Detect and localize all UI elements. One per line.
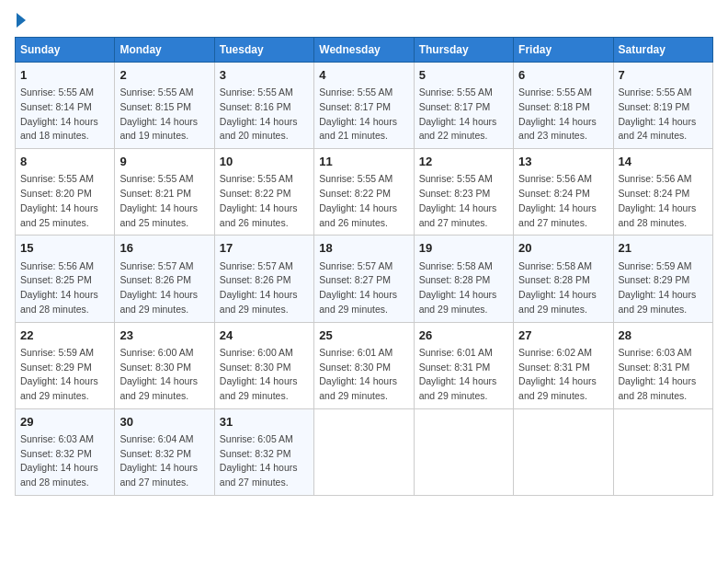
day-info: Sunrise: 5:55 AMSunset: 8:22 PMDaylight:… <box>319 173 397 227</box>
calendar-day-30: 30Sunrise: 6:04 AMSunset: 8:32 PMDayligh… <box>115 408 214 495</box>
day-number: 25 <box>319 327 408 344</box>
calendar-day-29: 29Sunrise: 6:03 AMSunset: 8:32 PMDayligh… <box>16 408 115 495</box>
calendar-week-2: 8Sunrise: 5:55 AMSunset: 8:20 PMDaylight… <box>16 149 713 236</box>
day-number: 23 <box>119 327 209 344</box>
day-header-wednesday: Wednesday <box>314 38 414 63</box>
day-number: 18 <box>319 240 408 257</box>
calendar-day-9: 9Sunrise: 5:55 AMSunset: 8:21 PMDaylight… <box>115 149 214 236</box>
day-info: Sunrise: 5:55 AMSunset: 8:15 PMDaylight:… <box>119 86 198 141</box>
calendar-day-19: 19Sunrise: 5:58 AMSunset: 8:28 PMDayligh… <box>414 236 513 322</box>
calendar-header-row: SundayMondayTuesdayWednesdayThursdayFrid… <box>16 38 713 63</box>
calendar-empty-cell <box>314 408 414 495</box>
calendar-day-20: 20Sunrise: 5:58 AMSunset: 8:28 PMDayligh… <box>514 236 613 322</box>
day-info: Sunrise: 6:01 AMSunset: 8:30 PMDaylight:… <box>319 347 397 401</box>
day-number: 31 <box>220 414 309 431</box>
day-info: Sunrise: 5:57 AMSunset: 8:27 PMDaylight:… <box>319 260 397 315</box>
calendar-day-24: 24Sunrise: 6:00 AMSunset: 8:30 PMDayligh… <box>214 322 313 408</box>
day-info: Sunrise: 5:55 AMSunset: 8:20 PMDaylight:… <box>20 173 98 227</box>
day-info: Sunrise: 5:55 AMSunset: 8:16 PMDaylight:… <box>220 86 298 141</box>
calendar-day-12: 12Sunrise: 5:55 AMSunset: 8:23 PMDayligh… <box>414 149 513 236</box>
calendar-day-27: 27Sunrise: 6:02 AMSunset: 8:31 PMDayligh… <box>514 322 613 408</box>
day-number: 11 <box>319 154 408 170</box>
day-number: 1 <box>20 67 109 84</box>
day-number: 28 <box>619 327 708 344</box>
calendar-day-21: 21Sunrise: 5:59 AMSunset: 8:29 PMDayligh… <box>613 236 712 322</box>
day-number: 13 <box>518 154 608 170</box>
day-number: 15 <box>20 240 109 257</box>
day-number: 14 <box>619 154 708 170</box>
day-info: Sunrise: 6:00 AMSunset: 8:30 PMDaylight:… <box>119 347 198 401</box>
calendar-day-26: 26Sunrise: 6:01 AMSunset: 8:31 PMDayligh… <box>414 322 513 408</box>
calendar-week-5: 29Sunrise: 6:03 AMSunset: 8:32 PMDayligh… <box>16 408 713 495</box>
day-info: Sunrise: 5:56 AMSunset: 8:25 PMDaylight:… <box>20 260 98 315</box>
day-number: 9 <box>119 154 209 170</box>
day-header-sunday: Sunday <box>16 38 115 63</box>
day-info: Sunrise: 6:01 AMSunset: 8:31 PMDaylight:… <box>419 347 497 401</box>
day-info: Sunrise: 5:56 AMSunset: 8:24 PMDaylight:… <box>518 173 597 227</box>
day-number: 29 <box>20 414 109 431</box>
day-info: Sunrise: 5:55 AMSunset: 8:23 PMDaylight:… <box>419 173 497 227</box>
day-info: Sunrise: 5:55 AMSunset: 8:14 PMDaylight:… <box>20 86 98 141</box>
day-number: 17 <box>220 240 309 257</box>
calendar-day-4: 4Sunrise: 5:55 AMSunset: 8:17 PMDaylight… <box>314 63 414 149</box>
logo-arrow-icon <box>17 13 26 28</box>
calendar-day-22: 22Sunrise: 5:59 AMSunset: 8:29 PMDayligh… <box>16 322 115 408</box>
calendar-day-23: 23Sunrise: 6:00 AMSunset: 8:30 PMDayligh… <box>115 322 214 408</box>
day-info: Sunrise: 6:00 AMSunset: 8:30 PMDaylight:… <box>220 347 298 401</box>
calendar-week-3: 15Sunrise: 5:56 AMSunset: 8:25 PMDayligh… <box>16 236 713 322</box>
calendar-day-7: 7Sunrise: 5:55 AMSunset: 8:19 PMDaylight… <box>613 63 712 149</box>
day-info: Sunrise: 6:04 AMSunset: 8:32 PMDaylight:… <box>119 433 198 488</box>
calendar-day-17: 17Sunrise: 5:57 AMSunset: 8:26 PMDayligh… <box>214 236 313 322</box>
calendar-day-16: 16Sunrise: 5:57 AMSunset: 8:26 PMDayligh… <box>115 236 214 322</box>
calendar-day-18: 18Sunrise: 5:57 AMSunset: 8:27 PMDayligh… <box>314 236 414 322</box>
day-number: 7 <box>619 67 708 84</box>
day-number: 4 <box>319 67 408 84</box>
calendar-empty-cell <box>613 408 712 495</box>
day-info: Sunrise: 6:02 AMSunset: 8:31 PMDaylight:… <box>518 347 597 401</box>
day-number: 20 <box>518 240 608 257</box>
calendar-day-25: 25Sunrise: 6:01 AMSunset: 8:30 PMDayligh… <box>314 322 414 408</box>
day-info: Sunrise: 5:55 AMSunset: 8:17 PMDaylight:… <box>319 86 397 141</box>
calendar-day-2: 2Sunrise: 5:55 AMSunset: 8:15 PMDaylight… <box>115 63 214 149</box>
day-number: 22 <box>20 327 109 344</box>
day-info: Sunrise: 5:58 AMSunset: 8:28 PMDaylight:… <box>518 260 597 315</box>
calendar-week-1: 1Sunrise: 5:55 AMSunset: 8:14 PMDaylight… <box>16 63 713 149</box>
day-number: 10 <box>220 154 309 170</box>
day-number: 5 <box>419 67 508 84</box>
calendar-table: SundayMondayTuesdayWednesdayThursdayFrid… <box>15 37 713 496</box>
calendar-day-10: 10Sunrise: 5:55 AMSunset: 8:22 PMDayligh… <box>214 149 313 236</box>
day-header-saturday: Saturday <box>613 38 712 63</box>
calendar-empty-cell <box>414 408 513 495</box>
calendar-day-8: 8Sunrise: 5:55 AMSunset: 8:20 PMDaylight… <box>16 149 115 236</box>
day-info: Sunrise: 5:55 AMSunset: 8:22 PMDaylight:… <box>220 173 298 227</box>
calendar-week-4: 22Sunrise: 5:59 AMSunset: 8:29 PMDayligh… <box>16 322 713 408</box>
day-info: Sunrise: 6:05 AMSunset: 8:32 PMDaylight:… <box>220 433 298 488</box>
calendar-day-5: 5Sunrise: 5:55 AMSunset: 8:17 PMDaylight… <box>414 63 513 149</box>
page-header <box>15 15 713 28</box>
day-header-tuesday: Tuesday <box>214 38 313 63</box>
day-info: Sunrise: 5:57 AMSunset: 8:26 PMDaylight:… <box>220 260 298 315</box>
calendar-day-3: 3Sunrise: 5:55 AMSunset: 8:16 PMDaylight… <box>214 63 313 149</box>
day-info: Sunrise: 5:57 AMSunset: 8:26 PMDaylight:… <box>119 260 198 315</box>
day-number: 24 <box>220 327 309 344</box>
day-number: 16 <box>119 240 209 257</box>
day-info: Sunrise: 5:56 AMSunset: 8:24 PMDaylight:… <box>619 173 697 227</box>
day-header-thursday: Thursday <box>414 38 513 63</box>
day-info: Sunrise: 5:55 AMSunset: 8:17 PMDaylight:… <box>419 86 497 141</box>
calendar-day-11: 11Sunrise: 5:55 AMSunset: 8:22 PMDayligh… <box>314 149 414 236</box>
day-info: Sunrise: 5:55 AMSunset: 8:18 PMDaylight:… <box>518 86 597 141</box>
day-info: Sunrise: 5:59 AMSunset: 8:29 PMDaylight:… <box>619 260 697 315</box>
day-info: Sunrise: 6:03 AMSunset: 8:32 PMDaylight:… <box>20 433 98 488</box>
calendar-day-31: 31Sunrise: 6:05 AMSunset: 8:32 PMDayligh… <box>214 408 313 495</box>
day-number: 6 <box>518 67 608 84</box>
day-info: Sunrise: 5:55 AMSunset: 8:19 PMDaylight:… <box>619 86 697 141</box>
calendar-day-13: 13Sunrise: 5:56 AMSunset: 8:24 PMDayligh… <box>514 149 613 236</box>
day-info: Sunrise: 5:59 AMSunset: 8:29 PMDaylight:… <box>20 347 98 401</box>
logo <box>15 15 26 28</box>
day-info: Sunrise: 6:03 AMSunset: 8:31 PMDaylight:… <box>619 347 697 401</box>
day-number: 26 <box>419 327 508 344</box>
day-info: Sunrise: 5:55 AMSunset: 8:21 PMDaylight:… <box>119 173 198 227</box>
calendar-day-14: 14Sunrise: 5:56 AMSunset: 8:24 PMDayligh… <box>613 149 712 236</box>
day-number: 27 <box>518 327 608 344</box>
day-number: 30 <box>119 414 209 431</box>
